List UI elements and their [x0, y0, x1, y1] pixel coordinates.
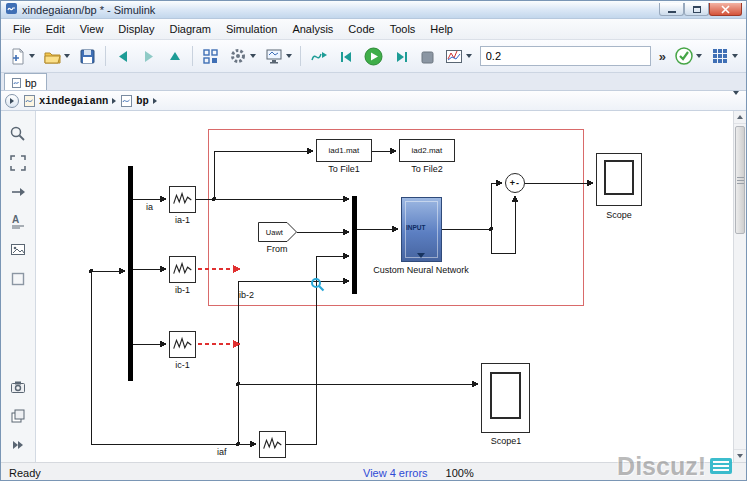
menu-edit[interactable]: Edit [39, 21, 72, 37]
ia1-block[interactable] [169, 186, 196, 213]
menu-help[interactable]: Help [423, 21, 460, 37]
arrow-down-icon [737, 454, 743, 458]
open-button[interactable] [40, 44, 73, 68]
menu-analysis[interactable]: Analysis [285, 21, 340, 37]
up-button[interactable] [163, 44, 187, 68]
chevron-down-icon [286, 54, 292, 58]
block-label: ib-1 [156, 285, 209, 295]
scroll-down-button[interactable] [734, 449, 746, 462]
close-button[interactable] [709, 3, 742, 16]
chevron-down-icon [733, 91, 739, 107]
menu-bar: File Edit View Display Diagram Simulatio… [1, 19, 746, 40]
scrollbar-thumb[interactable] [735, 126, 745, 234]
iaf-block[interactable] [259, 431, 286, 458]
main-area: A [1, 111, 746, 462]
mux-block[interactable] [128, 166, 133, 381]
snapshot-icon[interactable] [7, 376, 29, 398]
stop-button[interactable] [415, 44, 439, 68]
scope-screen [490, 372, 521, 419]
arrow-up-icon [737, 115, 743, 119]
more-icon[interactable] [7, 434, 29, 456]
settings-gear-icon [228, 46, 248, 66]
build-grid-icon [710, 46, 730, 66]
minimize-button[interactable] [659, 3, 684, 16]
ib1-block[interactable] [169, 256, 196, 283]
zoom-icon[interactable] [7, 123, 29, 145]
model-browser-toggle[interactable] [5, 94, 19, 108]
menu-tools[interactable]: Tools [383, 21, 423, 37]
nn-port-label: INPUT [406, 224, 426, 231]
waveform-icon [170, 257, 195, 282]
chevron-right-icon [112, 98, 116, 104]
menu-display[interactable]: Display [111, 21, 161, 37]
to-file1-block[interactable]: iad1.mat [316, 139, 372, 162]
scroll-up-button[interactable] [734, 111, 746, 124]
menu-view[interactable]: View [73, 21, 111, 37]
chevron-down-icon [466, 54, 472, 58]
chevron-right-icon [153, 98, 157, 104]
toolbar-overflow-button[interactable]: » [656, 49, 669, 64]
maximize-button[interactable] [684, 3, 709, 16]
menu-simulation[interactable]: Simulation [219, 21, 284, 37]
up-icon [166, 47, 184, 66]
forward-button[interactable] [137, 44, 161, 68]
vertical-scrollbar[interactable] [733, 111, 746, 462]
model-icon [12, 78, 21, 88]
breadcrumb-dropdown-button[interactable] [733, 95, 739, 107]
image-icon[interactable] [7, 239, 29, 261]
zoom-cursor-icon [310, 277, 325, 294]
signal-monitor-icon [309, 47, 329, 66]
forward-arrow-icon[interactable] [7, 181, 29, 203]
chevron-down-icon [64, 54, 70, 58]
breadcrumb-label: bp [136, 95, 149, 107]
step-back-button[interactable] [334, 44, 358, 68]
simulation-time-input[interactable] [480, 46, 651, 66]
back-button[interactable] [111, 44, 135, 68]
signal-monitor-button[interactable] [306, 44, 332, 68]
sum-block[interactable]: +- [505, 173, 525, 193]
scope1-block[interactable] [481, 363, 530, 433]
menu-code[interactable]: Code [341, 21, 381, 37]
menu-file[interactable]: File [6, 21, 38, 37]
app-icon [5, 2, 18, 17]
area-select-icon[interactable] [7, 268, 29, 290]
menu-diagram[interactable]: Diagram [162, 21, 218, 37]
block-label: From [252, 244, 302, 254]
simulink-window: xindegaiann/bp * - Simulink File Edit Vi… [0, 0, 747, 481]
chevron-down-icon [250, 54, 256, 58]
block-label: Scope1 [476, 436, 536, 446]
new-model-button[interactable] [6, 44, 38, 68]
settings-button[interactable] [225, 44, 259, 68]
simulation-output-button[interactable] [441, 44, 475, 68]
tab-label: bp [25, 77, 37, 89]
library-icon[interactable] [7, 405, 29, 427]
view-errors-link[interactable]: View 4 errors [363, 467, 428, 479]
annotation-icon[interactable]: A [7, 210, 29, 232]
build-button[interactable] [707, 44, 741, 68]
chevron-right-icon [10, 98, 14, 104]
scope-block[interactable] [596, 153, 642, 206]
waveform-icon [260, 432, 285, 457]
breadcrumb-item-bp[interactable]: bp [121, 95, 157, 107]
forward-icon [140, 47, 158, 66]
fit-view-icon[interactable] [7, 152, 29, 174]
tab-bp[interactable]: bp [4, 73, 47, 90]
ic1-block[interactable] [169, 331, 196, 358]
chevron-down-icon [732, 54, 738, 58]
from-block[interactable]: Uawt [258, 222, 297, 242]
block-label: ia-1 [156, 215, 209, 225]
block-label: ic-1 [156, 360, 209, 370]
run-button[interactable] [360, 44, 387, 68]
model-display-button[interactable] [261, 44, 295, 68]
block-label: Custom Neural Network [361, 265, 481, 275]
breadcrumb-item-root[interactable]: xindegaiann [24, 95, 116, 107]
mux2-block[interactable] [352, 196, 357, 294]
save-button[interactable] [75, 44, 100, 68]
step-forward-button[interactable] [389, 44, 413, 68]
ok-check-button[interactable] [671, 44, 705, 68]
neural-network-block[interactable]: INPUT [401, 197, 442, 262]
model-canvas[interactable]: ia-1 ib-1 ic-1 iad1.mat To File1 iad2.ma… [36, 111, 733, 462]
to-file2-block[interactable]: iad2.mat [399, 139, 455, 162]
library-browser-button[interactable] [198, 44, 223, 68]
signal-label-iaf: iaf [217, 447, 227, 457]
